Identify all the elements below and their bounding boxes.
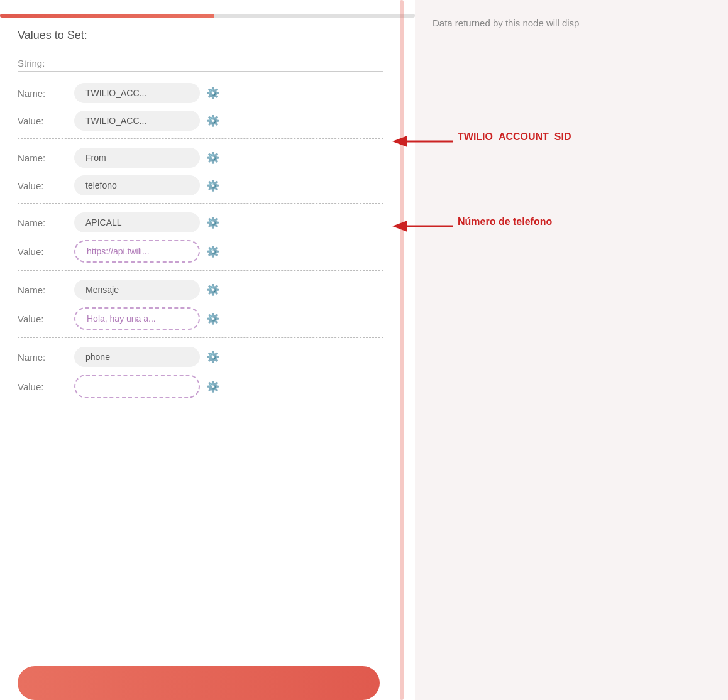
- input-twilio-name[interactable]: [74, 83, 200, 103]
- input-wrap-twilio-name: ⚙️: [74, 83, 383, 103]
- label-from-value: Value:: [18, 180, 74, 191]
- gear-icon-phone-value[interactable]: ⚙️: [206, 380, 219, 393]
- input-from-name[interactable]: [74, 148, 200, 168]
- label-from-name: Name:: [18, 153, 74, 163]
- gear-icon-from-value[interactable]: ⚙️: [206, 179, 219, 192]
- gear-icon-phone-name[interactable]: ⚙️: [206, 351, 219, 364]
- input-wrap-phone-name: ⚙️: [74, 347, 383, 367]
- annotation-twilio: TWILIO_ACCOUNT_SID: [453, 123, 604, 163]
- label-mensaje-name: Name:: [18, 285, 74, 295]
- progress-bar-empty: [214, 14, 415, 18]
- type-label: String:: [18, 58, 383, 68]
- panel-content: Values to Set: String: Name: ⚙️ Value: ⚙…: [0, 18, 415, 417]
- label-twilio-name: Name:: [18, 88, 74, 99]
- field-row-twilio-value: Value: ⚙️: [18, 111, 383, 131]
- input-twilio-value[interactable]: [74, 111, 200, 131]
- annotation-telefono-label: Número de telefono: [458, 216, 552, 227]
- input-from-value[interactable]: [74, 175, 200, 195]
- section-divider: [18, 46, 383, 46]
- input-apicall-value[interactable]: [74, 240, 200, 263]
- field-row-mensaje-name: Name: ⚙️: [18, 280, 383, 300]
- input-wrap-mensaje-value: ⚙️: [74, 307, 383, 330]
- type-divider: [18, 71, 383, 72]
- field-row-twilio-name: Name: ⚙️: [18, 83, 383, 103]
- input-wrap-twilio-value: ⚙️: [74, 111, 383, 131]
- field-group-apicall: Name: ⚙️ Value: ⚙️: [18, 212, 383, 263]
- field-group-mensaje: Name: ⚙️ Value: ⚙️: [18, 280, 383, 330]
- right-panel: Data returned by this node will disp TWI…: [415, 0, 728, 700]
- input-wrap-from-name: ⚙️: [74, 148, 383, 168]
- input-wrap-from-value: ⚙️: [74, 175, 383, 195]
- annotation-twilio-label: TWILIO_ACCOUNT_SID: [458, 131, 571, 143]
- input-phone-name[interactable]: [74, 347, 200, 367]
- input-wrap-mensaje-name: ⚙️: [74, 280, 383, 300]
- vertical-accent-line: [400, 0, 404, 700]
- label-phone-name: Name:: [18, 352, 74, 363]
- gear-icon-twilio-value[interactable]: ⚙️: [206, 114, 219, 128]
- progress-bar-filled: [0, 14, 214, 18]
- separator-4: [18, 337, 383, 338]
- field-group-from: Name: ⚙️ Value: ⚙️: [18, 148, 383, 195]
- input-wrap-phone-value: ⚙️: [74, 375, 383, 398]
- field-row-from-value: Value: ⚙️: [18, 175, 383, 195]
- annotation-telefono: Número de telefono: [453, 207, 591, 248]
- gear-icon-from-name[interactable]: ⚙️: [206, 151, 219, 165]
- separator-3: [18, 270, 383, 271]
- input-apicall-name[interactable]: [74, 212, 200, 232]
- gear-icon-apicall-name[interactable]: ⚙️: [206, 216, 219, 229]
- input-phone-value[interactable]: [74, 375, 200, 398]
- label-apicall-value: Value:: [18, 246, 74, 257]
- input-mensaje-name[interactable]: [74, 280, 200, 300]
- field-row-phone-name: Name: ⚙️: [18, 347, 383, 367]
- field-row-apicall-value: Value: ⚙️: [18, 240, 383, 263]
- field-row-apicall-name: Name: ⚙️: [18, 212, 383, 232]
- gear-icon-apicall-value[interactable]: ⚙️: [206, 245, 219, 258]
- field-group-twilio: Name: ⚙️ Value: ⚙️: [18, 83, 383, 131]
- progress-area: [0, 0, 415, 18]
- gear-icon-mensaje-name[interactable]: ⚙️: [206, 283, 219, 297]
- field-row-mensaje-value: Value: ⚙️: [18, 307, 383, 330]
- separator-2: [18, 203, 383, 204]
- label-mensaje-value: Value:: [18, 314, 74, 324]
- section-title: Values to Set:: [18, 29, 383, 42]
- field-row-phone-value: Value: ⚙️: [18, 375, 383, 398]
- add-button[interactable]: [18, 666, 380, 700]
- field-row-from-name: Name: ⚙️: [18, 148, 383, 168]
- left-panel: Values to Set: String: Name: ⚙️ Value: ⚙…: [0, 0, 415, 700]
- input-wrap-apicall-value: ⚙️: [74, 240, 383, 263]
- label-phone-value: Value:: [18, 381, 74, 392]
- right-panel-description: Data returned by this node will disp: [433, 18, 579, 28]
- separator-1: [18, 138, 383, 139]
- field-group-phone: Name: ⚙️ Value: ⚙️: [18, 347, 383, 398]
- label-apicall-name: Name:: [18, 217, 74, 228]
- input-wrap-apicall-name: ⚙️: [74, 212, 383, 232]
- gear-icon-twilio-name[interactable]: ⚙️: [206, 87, 219, 100]
- gear-icon-mensaje-value[interactable]: ⚙️: [206, 312, 219, 325]
- input-mensaje-value[interactable]: [74, 307, 200, 330]
- label-twilio-value: Value:: [18, 116, 74, 126]
